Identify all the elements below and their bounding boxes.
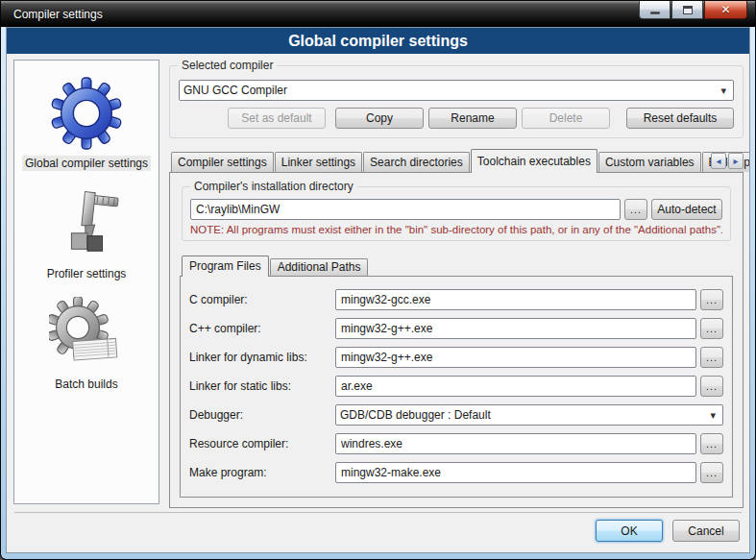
reset-defaults-button[interactable]: Reset defaults (626, 108, 734, 129)
cancel-button[interactable]: Cancel (672, 520, 740, 542)
close-button[interactable]: ✕ (704, 1, 747, 19)
tab-linker-settings[interactable]: Linker settings (275, 152, 362, 172)
sidebar-item-label: Batch builds (52, 377, 120, 392)
installation-note: NOTE: All programs must exist either in … (190, 224, 722, 235)
tab-scroll-left-button[interactable]: ◂ (711, 153, 726, 169)
minimize-icon (650, 12, 660, 14)
window-title: Compiler settings (1, 8, 103, 21)
installation-directory-group: Compiler's installation directory ... Au… (182, 186, 731, 241)
row-label: Debugger: (189, 408, 335, 422)
window-controls: ✕ (639, 1, 747, 19)
program-row-make-program: Make program: ... (189, 462, 723, 483)
program-row-debugger: Debugger: GDB/CDB debugger : Default ▾ (189, 404, 723, 426)
program-row-dynamic-linker: Linker for dynamic libs: ... (189, 347, 723, 368)
browse-make-program-button[interactable]: ... (700, 462, 723, 483)
selected-compiler-group: Selected compiler GNU GCC Compiler ▾ Set… (169, 65, 744, 138)
compiler-settings-dialog: Compiler settings ✕ Global compiler sett… (0, 0, 756, 560)
dialog-header: Global compiler settings (7, 28, 749, 54)
subtab-program-files[interactable]: Program Files (182, 256, 269, 277)
ok-button[interactable]: OK (596, 520, 663, 542)
settings-tabstrip: Compiler settings Linker settings Search… (169, 148, 744, 172)
close-icon: ✕ (720, 4, 730, 15)
resource-compiler-input[interactable] (335, 433, 696, 454)
tab-search-directories[interactable]: Search directories (363, 152, 470, 172)
row-label: C compiler: (189, 293, 335, 306)
arrow-left-icon: ◂ (716, 156, 720, 166)
tab-scroll-right-button[interactable]: ▸ (728, 153, 744, 169)
debugger-combobox-value: GDB/CDB debugger : Default (340, 408, 707, 422)
browse-dynamic-linker-button[interactable]: ... (700, 347, 723, 368)
copy-button[interactable]: Copy (335, 108, 424, 129)
browse-directory-button[interactable]: ... (624, 199, 647, 220)
selected-compiler-group-label: Selected compiler (178, 59, 277, 72)
chevron-down-icon: ▾ (718, 85, 729, 97)
program-row-static-linker: Linker for static libs: ... (189, 376, 723, 397)
compiler-combobox[interactable]: GNU GCC Compiler ▾ (179, 80, 734, 101)
program-files-panel: C compiler: ... C++ compiler: ... Linker (180, 276, 733, 498)
tab-scroll-controls: ◂ ▸ (711, 153, 744, 169)
debugger-combobox[interactable]: GDB/CDB debugger : Default ▾ (335, 404, 723, 426)
compiler-combobox-value: GNU GCC Compiler (183, 84, 718, 97)
c-compiler-input[interactable] (335, 289, 696, 310)
browse-c-compiler-button[interactable]: ... (700, 289, 723, 310)
sidebar-item-profiler-settings[interactable]: Profiler settings (44, 186, 130, 281)
minimize-button[interactable] (639, 1, 671, 19)
browse-static-linker-button[interactable]: ... (700, 376, 723, 397)
sidebar-item-label: Profiler settings (44, 266, 130, 281)
sidebar-item-batch-builds[interactable]: Batch builds (49, 297, 124, 392)
program-row-c-compiler: C compiler: ... (189, 289, 723, 310)
program-row-resource-compiler: Resource compiler: ... (189, 433, 723, 454)
blue-gear-icon (49, 76, 124, 151)
gray-gear-stack-icon (49, 297, 124, 372)
row-label: Linker for static libs: (189, 379, 335, 393)
arrow-right-icon: ▸ (733, 156, 738, 166)
auto-detect-button[interactable]: Auto-detect (651, 199, 722, 220)
chevron-down-icon: ▾ (707, 409, 719, 422)
tab-compiler-settings[interactable]: Compiler settings (171, 152, 274, 172)
cpp-compiler-input[interactable] (335, 318, 696, 339)
row-label: Linker for dynamic libs: (189, 351, 335, 364)
row-label: Make program: (189, 466, 335, 479)
sidebar-item-label: Global compiler settings (22, 156, 151, 171)
page-title: Global compiler settings (288, 33, 468, 50)
maximize-icon (683, 6, 693, 14)
row-label: Resource compiler: (189, 437, 335, 450)
installation-directory-input[interactable] (190, 199, 621, 220)
tab-custom-variables[interactable]: Custom variables (598, 152, 701, 172)
maximize-button[interactable] (671, 1, 703, 19)
dynamic-linker-input[interactable] (335, 347, 696, 368)
subtab-additional-paths[interactable]: Additional Paths (270, 258, 369, 276)
titlebar[interactable]: Compiler settings ✕ (1, 1, 755, 27)
tab-toolchain-executables[interactable]: Toolchain executables (471, 149, 597, 173)
browse-cpp-compiler-button[interactable]: ... (700, 318, 723, 339)
toolchain-executables-panel: Compiler's installation directory ... Au… (169, 172, 744, 508)
dialog-footer: OK Cancel (14, 512, 742, 552)
sidebar: Global compiler settings (13, 60, 159, 504)
compiler-buttons-row: Set as default Copy Rename Delete Reset … (179, 108, 734, 129)
row-label: C++ compiler: (189, 322, 335, 335)
program-row-cpp-compiler: C++ compiler: ... (189, 318, 723, 339)
installation-directory-label: Compiler's installation directory (190, 180, 357, 193)
browse-resource-compiler-button[interactable]: ... (700, 433, 723, 454)
delete-button: Delete (522, 108, 610, 129)
caliper-icon (49, 186, 124, 261)
programs-subtabstrip: Program Files Additional Paths (180, 255, 733, 276)
window-frame: Global compiler settings (1, 27, 755, 559)
rename-button[interactable]: Rename (428, 108, 517, 129)
sidebar-item-global-compiler-settings[interactable]: Global compiler settings (22, 76, 151, 171)
static-linker-input[interactable] (335, 376, 696, 397)
set-as-default-button: Set as default (228, 108, 326, 129)
make-program-input[interactable] (335, 462, 696, 483)
